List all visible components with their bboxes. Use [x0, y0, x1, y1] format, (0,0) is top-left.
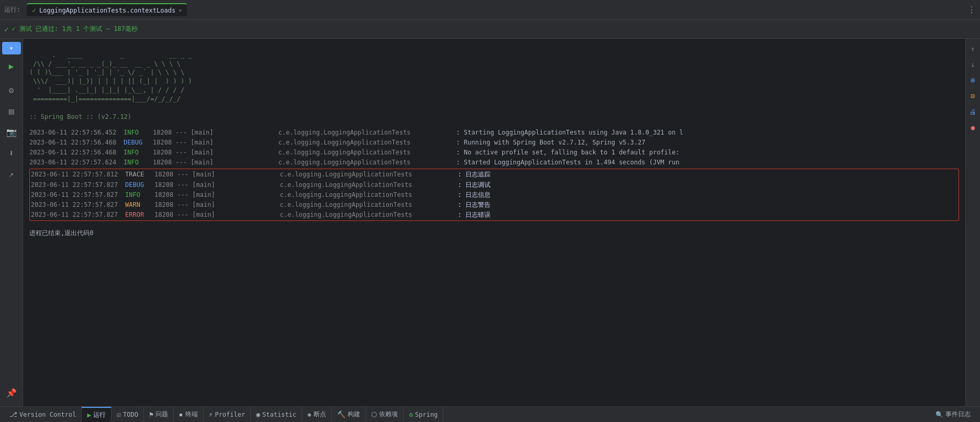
highlighted-log-block: 2023-06-11 22:57:57.812 TRACE 18208 --- … [29, 169, 959, 221]
main-area: ▾ ▶ ⚙ ▤ 📷 ⬇ ↗ 📌 . ____ _ __ _ _ /\\ [0, 39, 980, 406]
sidebar-icon-4[interactable]: ⬇ [2, 143, 21, 162]
status-statistic[interactable]: ◉ Statistic [251, 407, 302, 422]
right-sidebar: ↑ ↓ ⊞ ⊟ 🖨 ● [965, 39, 980, 406]
status-profiler[interactable]: ⚡ Profiler [204, 407, 251, 422]
share-icon: ↗ [9, 169, 14, 179]
status-bar: ⎇ Version Control ▶ 运行 ☑ TODO ⚑ 问题 ▪ 终端 … [0, 406, 980, 422]
layout-icon: ▤ [9, 106, 14, 116]
right-icon-up[interactable]: ↑ [967, 42, 979, 55]
sidebar-icon-6[interactable]: 📌 [2, 383, 21, 402]
sidebar-icon-3[interactable]: 📷 [2, 123, 21, 141]
log-line-error: 2023-06-11 22:57:57.827 ERROR 18208 --- … [30, 210, 959, 220]
terminal-icon: ▪ [179, 410, 183, 418]
status-build[interactable]: 🔨 构建 [332, 407, 366, 422]
log-line-0: 2023-06-11 22:57:56.452 INFO 18208 --- [… [29, 128, 959, 138]
log-line-1: 2023-06-11 22:57:56.468 DEBUG 18208 --- … [29, 138, 959, 148]
left-sidebar: ▾ ▶ ⚙ ▤ 📷 ⬇ ↗ 📌 [0, 39, 23, 406]
sidebar-icon-2[interactable]: ▤ [2, 102, 21, 120]
sidebar-icon-5[interactable]: ↗ [2, 164, 21, 183]
spring-version-line: :: Spring Boot :: (v2.7.12) [29, 112, 959, 122]
run-status-text: ✓ 测试 已通过: 1共 1 个测试 – 187毫秒 [12, 25, 137, 34]
status-spring[interactable]: ♻ Spring [404, 407, 443, 422]
status-problems[interactable]: ⚑ 问题 [144, 407, 174, 422]
title-bar-right: ⋮ [967, 5, 976, 15]
run-status: ✓ ✓ 测试 已通过: 1共 1 个测试 – 187毫秒 [4, 25, 138, 34]
log-line-info: 2023-06-11 22:57:57.827 INFO 18208 --- [… [30, 190, 959, 200]
check-icon: ✓ [4, 25, 8, 34]
status-right: 🔍 事件日志 [930, 407, 976, 423]
log-line-debug: 2023-06-11 22:57:57.827 DEBUG 18208 --- … [30, 180, 959, 190]
dependencies-label: 依赖项 [379, 410, 398, 419]
sidebar-icon-1[interactable]: ⚙ [2, 81, 21, 99]
run-label-status: 运行 [93, 410, 106, 419]
right-icon-print[interactable]: 🖨 [967, 105, 979, 118]
statistic-icon: ◉ [256, 410, 260, 418]
spring-icon: ♻ [409, 410, 413, 418]
spring-label: Spring [415, 411, 438, 418]
status-version-control[interactable]: ⎇ Version Control [4, 407, 82, 422]
log-line-warn: 2023-06-11 22:57:57.827 WARN 18208 --- [… [30, 200, 959, 210]
event-log-button[interactable]: 🔍 事件日志 [930, 407, 976, 423]
close-tab-button[interactable]: ✕ [179, 7, 182, 13]
title-bar: 运行: ✓ LoggingApplicationTests.contextLoa… [0, 0, 980, 20]
breakpoints-icon: ◈ [307, 410, 311, 418]
problems-label: 问题 [155, 410, 168, 419]
todo-label: TODO [123, 411, 138, 418]
version-control-icon: ⎇ [9, 410, 17, 418]
title-bar-left: 运行: ✓ LoggingApplicationTests.contextLoa… [4, 3, 187, 16]
event-log-label: 事件日志 [945, 410, 971, 419]
status-terminal[interactable]: ▪ 终端 [174, 407, 204, 422]
event-log-icon: 🔍 [936, 411, 943, 418]
terminal-label: 终端 [185, 410, 198, 419]
statistic-label: Statistic [262, 411, 296, 418]
play-button[interactable]: ▶ [2, 57, 21, 75]
run-panel: . ____ _ __ _ _ /\\ / ___'_ __ _ _(_)_ _… [23, 39, 965, 406]
settings-icon: ⚙ [9, 85, 14, 95]
normal-logs: 2023-06-11 22:57:56.452 INFO 18208 --- [… [29, 128, 959, 168]
right-icon-4[interactable]: ⊟ [967, 90, 979, 102]
version-control-label: Version Control [19, 411, 76, 418]
console-output[interactable]: . ____ _ __ _ _ /\\ / ___'_ __ _ _(_)_ _… [23, 39, 965, 406]
build-icon: 🔨 [337, 410, 346, 418]
breakpoints-label: 断点 [314, 410, 326, 419]
profiler-label: Profiler [215, 411, 245, 418]
run-label: 运行: [4, 5, 20, 14]
status-todo[interactable]: ☑ TODO [112, 407, 144, 422]
right-icon-down[interactable]: ↓ [967, 58, 979, 71]
build-label: 构建 [348, 410, 360, 419]
run-toolbar: ✓ ✓ 测试 已通过: 1共 1 个测试 – 187毫秒 [0, 20, 980, 39]
status-run[interactable]: ▶ 运行 [82, 407, 112, 422]
dropdown-button[interactable]: ▾ [2, 42, 21, 54]
todo-icon: ☑ [117, 410, 121, 418]
spring-boot-label: :: Spring Boot :: (v2.7.12) [29, 112, 131, 122]
log-line-trace: 2023-06-11 22:57:57.812 TRACE 18208 --- … [30, 170, 959, 180]
download-icon: ⬇ [9, 148, 14, 158]
active-tab[interactable]: ✓ LoggingApplicationTests.contextLoads ✕ [27, 3, 187, 16]
status-breakpoints[interactable]: ◈ 断点 [302, 407, 332, 422]
log-line-2: 2023-06-11 22:57:56.468 INFO 18208 --- [… [29, 148, 959, 158]
spring-banner: . ____ _ __ _ _ /\\ / ___'_ __ _ _(_)_ _… [29, 42, 959, 112]
problems-icon: ⚑ [149, 410, 153, 418]
more-options-button[interactable]: ⋮ [967, 5, 976, 15]
right-icon-red[interactable]: ● [967, 121, 979, 134]
bookmark-icon: 📌 [6, 388, 17, 398]
tab-title: LoggingApplicationTests.contextLoads [39, 7, 175, 14]
status-dependencies[interactable]: ⬡ 依赖项 [366, 407, 404, 422]
right-icon-3[interactable]: ⊞ [967, 74, 979, 86]
run-icon: ▶ [87, 411, 91, 419]
profiler-icon: ⚡ [209, 410, 213, 418]
dependencies-icon: ⬡ [371, 410, 377, 418]
log-line-3: 2023-06-11 22:57:57.624 INFO 18208 --- [… [29, 158, 959, 168]
process-exit-text: 进程已结束,退出代码0 [29, 228, 959, 238]
camera-icon: 📷 [6, 127, 17, 137]
